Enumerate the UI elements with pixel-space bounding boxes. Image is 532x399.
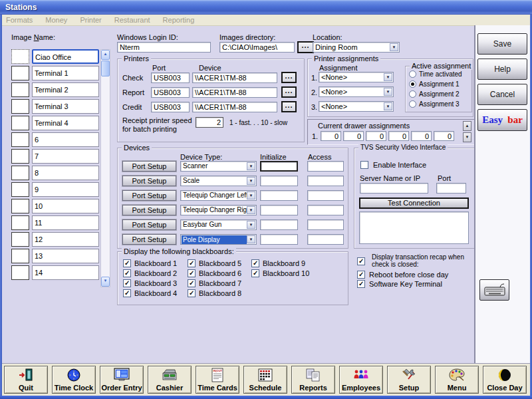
station-image-box[interactable]: [11, 132, 29, 147]
station-image-box[interactable]: [11, 149, 29, 164]
station-name-input[interactable]: 10: [32, 199, 99, 213]
initialize-input[interactable]: [260, 190, 298, 201]
station-name-input[interactable]: 11: [32, 215, 99, 230]
scroll-up-icon[interactable]: [101, 50, 110, 60]
station-name-input[interactable]: 13: [32, 249, 99, 263]
check-port-input[interactable]: USB003: [151, 72, 190, 83]
credit-port-input[interactable]: USB003: [151, 102, 190, 112]
access-input[interactable]: [307, 176, 344, 186]
station-row[interactable]: 13: [9, 249, 98, 265]
blackboard-9-checkbox[interactable]: [251, 259, 259, 267]
dropdown-arrow-icon[interactable]: [247, 221, 255, 229]
station-image-box[interactable]: [11, 82, 29, 97]
blackboard-2-checkbox[interactable]: [123, 269, 131, 277]
save-button[interactable]: Save: [477, 33, 527, 55]
assignment-1-radio[interactable]: [409, 80, 416, 88]
scroll-down-icon[interactable]: [101, 277, 110, 287]
report-browse-button[interactable]: ...: [281, 86, 297, 98]
port-setup-button[interactable]: Port Setup: [122, 205, 176, 215]
tvs-result-listbox[interactable]: [359, 211, 469, 244]
device-type-select[interactable]: Easybar Gun: [180, 219, 257, 230]
drawer-value-input[interactable]: 0: [388, 131, 409, 141]
initialize-input[interactable]: [260, 161, 298, 172]
station-row[interactable]: 11: [9, 215, 98, 231]
station-row[interactable]: Terminal 2: [9, 82, 98, 98]
station-row[interactable]: Terminal 4: [9, 116, 98, 132]
easy-bar-button[interactable]: Easy bar: [477, 109, 527, 131]
dropdown-arrow-icon[interactable]: [247, 177, 255, 185]
station-name-input[interactable]: Terminal 1: [32, 66, 99, 80]
test-connection-button[interactable]: Test Connection: [359, 198, 469, 209]
assignment-3-radio[interactable]: [409, 100, 416, 108]
drawer-value-input[interactable]: 0: [366, 131, 386, 141]
station-name-input[interactable]: 9: [32, 182, 99, 197]
station-row[interactable]: 7: [9, 149, 98, 165]
device-type-select[interactable]: Telequip Changer Left: [180, 190, 257, 201]
access-input[interactable]: [307, 219, 344, 230]
quit-button[interactable]: Quit: [4, 366, 48, 394]
menu-formats[interactable]: Formats: [6, 16, 33, 24]
access-input[interactable]: [307, 234, 344, 245]
dropdown-arrow-icon[interactable]: [390, 43, 398, 51]
device-type-select[interactable]: Telequip Changer Right: [180, 205, 257, 215]
blackboard-5-checkbox[interactable]: [188, 259, 196, 267]
report-device-input[interactable]: \\ACER1\TM-88: [192, 87, 277, 98]
menu-money[interactable]: Money: [45, 16, 67, 24]
employees-button[interactable]: Employees: [339, 366, 383, 394]
station-image-box[interactable]: [11, 116, 29, 130]
station-name-input[interactable]: Ciao Office: [32, 49, 99, 64]
schedule-button[interactable]: Schedule: [243, 366, 287, 394]
cancel-button[interactable]: Cancel: [477, 84, 527, 105]
drawer-value-input[interactable]: 0: [411, 131, 432, 141]
initialize-input[interactable]: [260, 234, 298, 245]
order-entry-button[interactable]: Order Entry: [100, 366, 144, 394]
menu-printer[interactable]: Printer: [80, 16, 101, 24]
station-image-box[interactable]: [11, 182, 29, 197]
port-setup-button[interactable]: Port Setup: [122, 234, 176, 245]
station-name-input[interactable]: Terminal 2: [32, 82, 99, 97]
assignment1-select[interactable]: <None>: [319, 72, 394, 82]
station-image-box[interactable]: [11, 99, 29, 114]
station-name-input[interactable]: Terminal 3: [32, 99, 99, 114]
station-row[interactable]: 12: [9, 232, 98, 248]
blackboard-1-checkbox[interactable]: [123, 259, 131, 267]
scrollbar-thumb[interactable]: [101, 61, 110, 76]
images-directory-input[interactable]: C:\CIAO\Images\: [219, 42, 295, 53]
device-type-select[interactable]: Scale: [180, 176, 257, 186]
dropdown-arrow-icon[interactable]: [247, 192, 255, 200]
station-row[interactable]: 6: [9, 132, 98, 148]
time-clock-button[interactable]: Time Clock: [52, 366, 96, 394]
station-row[interactable]: 9: [9, 182, 98, 198]
port-setup-button[interactable]: Port Setup: [122, 219, 176, 230]
port-setup-button[interactable]: Port Setup: [122, 190, 176, 201]
station-name-input[interactable]: 6: [32, 132, 99, 147]
station-list-scrollbar[interactable]: [100, 49, 110, 287]
port-setup-button[interactable]: Port Setup: [122, 176, 176, 186]
blackboard-6-checkbox[interactable]: [188, 269, 196, 277]
browse-directory-button[interactable]: ...: [297, 41, 314, 53]
initialize-input[interactable]: [260, 176, 298, 186]
blackboard-8-checkbox[interactable]: [188, 289, 196, 297]
dropdown-arrow-icon[interactable]: [384, 73, 392, 81]
help-button[interactable]: Help: [477, 59, 527, 80]
enable-interface-checkbox[interactable]: [360, 161, 368, 169]
assignment-2-radio[interactable]: [409, 90, 416, 98]
station-image-box[interactable]: [11, 249, 29, 263]
recap-checkbox[interactable]: [357, 257, 365, 265]
drawer-value-input[interactable]: 0: [343, 131, 364, 141]
device-type-select[interactable]: Scanner: [180, 161, 257, 172]
blackboard-3-checkbox[interactable]: [123, 279, 131, 287]
reports-button[interactable]: Reports: [291, 366, 335, 394]
blackboard-7-checkbox[interactable]: [188, 279, 196, 287]
time-activated-radio[interactable]: [409, 70, 416, 78]
station-name-input[interactable]: 14: [32, 265, 99, 280]
credit-browse-button[interactable]: ...: [281, 101, 297, 112]
drawer-scroll-up-icon[interactable]: [463, 121, 471, 131]
tvs-port-input[interactable]: [436, 183, 466, 194]
software-key-checkbox[interactable]: [357, 280, 365, 288]
station-row[interactable]: 10: [9, 199, 98, 215]
setup-button[interactable]: Setup: [387, 366, 431, 394]
initialize-input[interactable]: [260, 219, 298, 230]
blackboard-4-checkbox[interactable]: [123, 289, 131, 297]
location-select[interactable]: Dining Room: [313, 42, 400, 53]
